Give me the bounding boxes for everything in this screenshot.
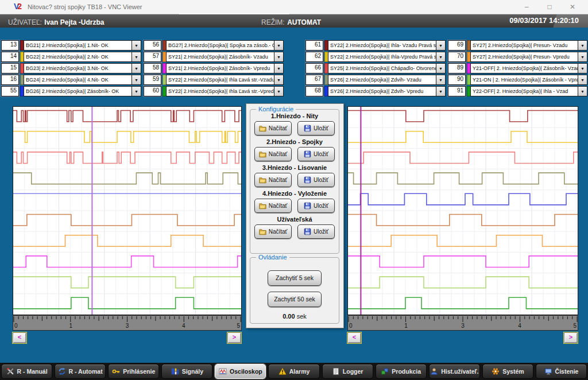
channel-select-57[interactable]: SY21| 2.Hniezdo(Spojka)| Zásobník- Vzadu… [166, 52, 284, 62]
channel-number-input-56[interactable]: 56 [144, 40, 161, 51]
save-button-hniezdo-3[interactable]: Uložiť [297, 173, 335, 187]
close-button[interactable]: ✕ [564, 1, 581, 13]
channel-select-66[interactable]: SY25| 2.Hniezdo(Spojka)| Chápadlo- Otvor… [328, 63, 446, 73]
taskbar-button-r-automat[interactable]: R - Automat [55, 364, 106, 379]
channel-number-input-59[interactable]: 59 [144, 75, 161, 85]
channel-select-15[interactable]: BG23| 2.Hniezdo(Spojka)| 3.Nit- OK▼ [24, 63, 141, 73]
capture-5s-button[interactable]: Zachytiť 5 sek [268, 270, 322, 286]
minimize-button[interactable]: – [518, 1, 535, 13]
channel-select-13[interactable]: BG21| 2.Hniezdo(Spojka)| 1.Nit- OK▼ [24, 40, 141, 51]
channel-select-55[interactable]: BG26| 2.Hniezdo(Spojka)| Zásobník- OK▼ [24, 86, 141, 96]
channel-number-input-55[interactable]: 55 [1, 86, 19, 96]
time-cursor[interactable] [91, 107, 92, 315]
left-oscilloscope-plot[interactable] [13, 106, 242, 315]
dropdown-arrow-icon[interactable]: ▼ [131, 64, 141, 73]
load-button-uzivatelska[interactable]: Načítať [254, 224, 292, 239]
channel-number-input-14[interactable]: 14 [1, 52, 19, 62]
dropdown-arrow-icon[interactable]: ▼ [131, 87, 141, 96]
taskbar-button-produkcia[interactable]: Produkcia [376, 364, 427, 379]
taskbar-button-system[interactable]: Systém [482, 364, 533, 379]
taskbar-button-signaly[interactable]: Signály [161, 364, 212, 379]
taskbar-button-r-manual[interactable]: R - Manuál [1, 364, 52, 379]
channel-number-input-68[interactable]: 68 [305, 86, 323, 96]
channel-select-90[interactable]: Y21-ON | 2. Hniezdo(Spojka)| Zásobník - … [470, 75, 587, 85]
channel-number-input-60[interactable]: 60 [144, 86, 161, 96]
channel-select-67[interactable]: SY26| 2.Hniezdo(Spojka)| Zdvih- Vzadu▼ [328, 75, 446, 85]
channel-select-62[interactable]: SY22| 2.Hniezdo(Spojka)| Ihla-Vpredu Pra… [328, 52, 446, 62]
channel-select-68[interactable]: SY26| 2.Hniezdo(Spojka)| Zdvih- Vpredu▼ [328, 86, 446, 96]
dropdown-arrow-icon[interactable]: ▼ [578, 41, 587, 50]
load-button-hniezdo-1[interactable]: Načítať [254, 121, 292, 135]
dropdown-arrow-icon[interactable]: ▼ [274, 75, 283, 84]
taskbar-button-label: Produkcia [392, 368, 421, 375]
taskbar-button-logger[interactable]: Logger [322, 364, 373, 379]
save-button-hniezdo-4[interactable]: Uložiť [297, 199, 335, 213]
dropdown-arrow-icon[interactable]: ▼ [274, 64, 283, 73]
left-scroll-right-button[interactable]: > [227, 332, 241, 343]
channel-select-59[interactable]: SY22| 2.Hniezdo(Spojka)| Ihla Ľavá str.-… [166, 75, 284, 85]
save-button-hniezdo-1[interactable]: Uložiť [297, 121, 335, 135]
channel-row: 68SY26| 2.Hniezdo(Spojka)| Zdvih- Vpredu… [305, 86, 446, 96]
load-button-hniezdo-2[interactable]: Načítať [254, 147, 292, 161]
channel-number-input-67[interactable]: 67 [305, 75, 323, 85]
right-scroll-left-button[interactable]: < [347, 332, 361, 343]
taskbar-button-osciloskop[interactable]: Osciloskop [215, 364, 266, 379]
channel-number-input-16[interactable]: 16 [1, 75, 19, 85]
time-cursor[interactable] [360, 107, 361, 315]
dropdown-arrow-icon[interactable]: ▼ [436, 41, 445, 50]
channel-select-61[interactable]: SY22| 2.Hniezdo(Spojka)| Ihla- Vzadu Pra… [328, 40, 446, 51]
maximize-button[interactable]: □ [541, 1, 558, 13]
dropdown-arrow-icon[interactable]: ▼ [131, 52, 141, 61]
load-button-hniezdo-3[interactable]: Načítať [254, 173, 292, 187]
channel-number-input-61[interactable]: 61 [305, 40, 323, 51]
taskbar-button-cistenie[interactable]: Čistenie [536, 364, 587, 379]
dropdown-arrow-icon[interactable]: ▼ [131, 41, 141, 50]
channel-select-58[interactable]: SY21| 2.Hniezdo(Spojka)| Zásobník- Vpred… [166, 63, 284, 73]
right-oscilloscope-plot[interactable] [347, 106, 578, 315]
channel-number-input-15[interactable]: 15 [1, 63, 19, 73]
channel-number-input-70[interactable]: 70 [448, 52, 466, 62]
channel-number-input-91[interactable]: 91 [448, 86, 466, 96]
channel-select-value: SY25| 2.Hniezdo(Spojka)| Chápadlo- Otvor… [328, 65, 436, 71]
left-scroll-left-button[interactable]: < [13, 332, 26, 343]
save-button-hniezdo-2[interactable]: Uložiť [297, 147, 335, 161]
channel-number-input-66[interactable]: 66 [305, 63, 323, 73]
channel-select-91[interactable]: Y22-OFF| 2. Hniezdo(Spojka)| Ihla - Vzad… [470, 86, 587, 96]
channel-number-input-13[interactable]: 13 [1, 40, 19, 51]
channel-select-69[interactable]: SY27| 2.Hniezdo(Spojka)| Presun- Vzadu▼ [470, 40, 587, 51]
channel-select-16[interactable]: BG24| 2.Hniezdo(Spojka)| 4.Nit- OK▼ [24, 75, 141, 85]
channel-select-56[interactable]: BG27| 2.Hniezdo(Spojka)| Spojka za zásob… [166, 40, 284, 51]
channel-select-89[interactable]: Y21-OFF| 2. Hniezdo(Spojka)| Zásobník- V… [470, 63, 587, 73]
channel-number-input-57[interactable]: 57 [144, 52, 161, 62]
dropdown-arrow-icon[interactable]: ▼ [436, 75, 445, 84]
channel-number-input-62[interactable]: 62 [305, 52, 323, 62]
channel-select-60[interactable]: SY22| 2.Hniezdo(Spojka)| Ihla Ľavá str.-… [166, 86, 284, 96]
taskbar-button-hist-uzivatel[interactable]: Hist.užívateľ. [429, 364, 480, 379]
channel-select-70[interactable]: SY27| 2.Hniezdo(Spojka)| Presun- Vpredu▼ [470, 52, 587, 62]
channel-number-input-89[interactable]: 89 [448, 63, 466, 73]
dropdown-arrow-icon[interactable]: ▼ [436, 87, 445, 96]
dropdown-arrow-icon[interactable]: ▼ [436, 52, 445, 61]
capture-50s-button[interactable]: Zachytiť 50 sek [268, 292, 322, 307]
channel-number-input-69[interactable]: 69 [448, 40, 466, 51]
channel-row: 55BG26| 2.Hniezdo(Spojka)| Zásobník- OK▼ [1, 86, 141, 96]
channel-select-14[interactable]: BG22| 2.Hniezdo(Spojka)| 2.Nit- OK▼ [24, 52, 141, 62]
save-button-uzivatelska[interactable]: Uložiť [297, 224, 335, 239]
taskbar-button-prihlasenie[interactable]: Prihlásenie [108, 364, 159, 379]
right-scroll-right-button[interactable]: > [564, 332, 578, 343]
channel-number-input-58[interactable]: 58 [144, 63, 161, 73]
dropdown-arrow-icon[interactable]: ▼ [578, 64, 587, 73]
dropdown-arrow-icon[interactable]: ▼ [578, 52, 587, 61]
dropdown-arrow-icon[interactable]: ▼ [578, 75, 587, 84]
channel-number-input-90[interactable]: 90 [448, 75, 466, 85]
taskbar-button-alarmy[interactable]: Alarmy [268, 364, 319, 379]
channel-select-value: SY22| 2.Hniezdo(Spojka)| Ihla- Vzadu Pra… [328, 42, 436, 48]
dropdown-arrow-icon[interactable]: ▼ [436, 64, 445, 73]
dropdown-arrow-icon[interactable]: ▼ [274, 52, 283, 61]
dropdown-arrow-icon[interactable]: ▼ [274, 41, 283, 50]
dropdown-arrow-icon[interactable]: ▼ [274, 87, 283, 96]
load-button-hniezdo-4[interactable]: Načítať [254, 199, 292, 213]
section-title-uzivatelska: Užívateľská [250, 216, 339, 223]
dropdown-arrow-icon[interactable]: ▼ [131, 75, 141, 84]
dropdown-arrow-icon[interactable]: ▼ [578, 87, 587, 96]
